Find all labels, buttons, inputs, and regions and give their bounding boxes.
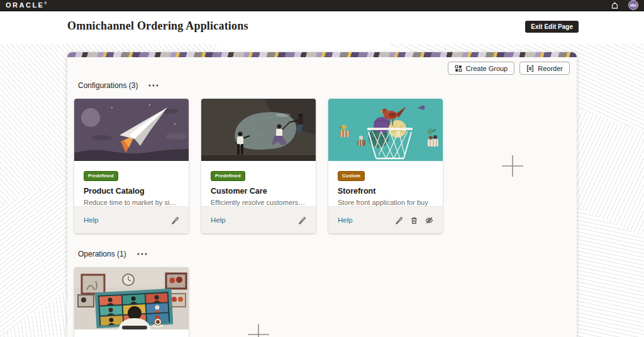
panel-toolbar: Create Group Reorder (67, 57, 577, 75)
help-link[interactable]: Help (84, 216, 99, 224)
reorder-button[interactable]: Reorder (519, 62, 570, 75)
operations-section-header: Operations (1) (78, 250, 577, 258)
add-plus-icon (501, 155, 524, 177)
add-plus-icon (247, 323, 270, 337)
topbar-actions: HU (611, 0, 638, 10)
product-catalog-illustration (74, 99, 189, 161)
edit-pencil-icon[interactable] (171, 216, 179, 224)
main-area: Create Group Reorder Configurations (3) (0, 44, 644, 337)
configurations-section-title: Configurations (3) (78, 81, 138, 90)
help-link[interactable]: Help (338, 216, 353, 224)
card-description: Store front application for buy (338, 199, 433, 206)
hide-eye-slash-icon[interactable] (425, 216, 433, 224)
operations-grid: Custom (67, 267, 577, 337)
card-footer: Help (328, 206, 443, 234)
create-group-grid-icon (455, 65, 462, 72)
card-title: Storefront (338, 187, 433, 196)
storefront-illustration (328, 99, 443, 161)
apps-panel: Create Group Reorder Configurations (3) (67, 52, 577, 337)
card-description: Efficiently resolve customers inquiries … (211, 199, 306, 206)
reorder-label: Reorder (538, 65, 563, 72)
customer-care-illustration (201, 99, 316, 161)
help-link[interactable]: Help (211, 216, 226, 224)
card-title: Customer Care (211, 187, 306, 196)
edit-pencil-icon[interactable] (298, 216, 306, 224)
page-header: Omnichannel Ordering Applications Exit E… (0, 11, 644, 44)
custom-badge: Custom (338, 171, 365, 181)
exit-edit-page-button[interactable]: Exit Edit Page (525, 21, 579, 33)
user-avatar[interactable]: HU (628, 0, 638, 10)
edit-pencil-icon[interactable] (395, 216, 403, 224)
configurations-section-header: Configurations (3) (78, 81, 577, 90)
card-operations-app[interactable]: Custom (74, 267, 189, 337)
configurations-grid: Predefined Product Catalog Reduce time t… (67, 99, 577, 233)
add-application-slot[interactable] (201, 267, 316, 337)
operations-illustration (74, 267, 189, 329)
predefined-badge: Predefined (211, 171, 245, 181)
decorative-stripe-band (67, 52, 577, 57)
create-group-button[interactable]: Create Group (448, 62, 515, 75)
card-footer: Help (201, 206, 316, 234)
card-body: Predefined Product Catalog Reduce time t… (74, 161, 189, 206)
card-title: Product Catalog (84, 187, 179, 196)
predefined-badge: Predefined (84, 171, 118, 181)
card-footer: Help (74, 206, 189, 234)
page-title: Omnichannel Ordering Applications (67, 19, 248, 33)
home-icon[interactable] (611, 1, 619, 9)
reorder-icon (526, 65, 534, 72)
operations-section-title: Operations (1) (78, 250, 126, 258)
delete-trash-icon[interactable] (410, 216, 418, 224)
card-body: Custom (74, 329, 189, 337)
card-product-catalog[interactable]: Predefined Product Catalog Reduce time t… (74, 99, 189, 233)
card-customer-care[interactable]: Predefined Customer Care Efficiently res… (201, 99, 316, 233)
configurations-overflow-menu-icon[interactable] (147, 83, 160, 88)
card-body: Predefined Customer Care Efficiently res… (201, 161, 316, 206)
top-app-bar: ORACLE® HU (0, 0, 644, 11)
card-description: Reduce time to market by simplifying des… (84, 199, 179, 206)
operations-overflow-menu-icon[interactable] (136, 251, 148, 257)
card-body: Custom Storefront Store front applicatio… (328, 161, 443, 206)
create-group-label: Create Group (466, 65, 508, 72)
card-storefront[interactable]: Custom Storefront Store front applicatio… (328, 99, 443, 233)
add-application-slot[interactable] (455, 99, 570, 233)
oracle-logo: ORACLE® (6, 1, 47, 9)
registered-mark: ® (44, 1, 47, 5)
